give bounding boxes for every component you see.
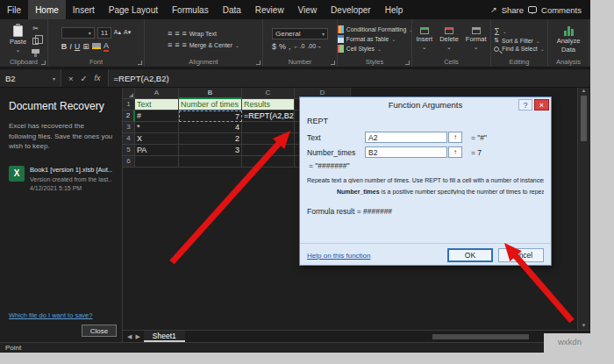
times-arg-input[interactable]: B2 xyxy=(365,146,447,158)
enter-entry-button[interactable]: ✓ xyxy=(81,74,88,83)
grow-font-button[interactable]: A▴ xyxy=(114,28,121,37)
italic-button[interactable]: I xyxy=(69,42,72,51)
font-name-select[interactable]: ▾ xyxy=(61,27,95,39)
tab-formulas[interactable]: Formulas xyxy=(165,0,216,19)
cell-B4[interactable]: 2 xyxy=(179,133,242,145)
tab-file[interactable]: File xyxy=(0,0,28,19)
font-color-button[interactable]: A xyxy=(104,41,109,52)
tab-view[interactable]: View xyxy=(291,0,325,19)
bold-button[interactable]: B xyxy=(61,42,68,51)
cell-B2[interactable]: 7 xyxy=(179,111,242,122)
help-on-function-link[interactable]: Help on this function xyxy=(307,252,371,260)
format-painter-button[interactable] xyxy=(32,49,39,54)
cell-A6[interactable] xyxy=(135,156,179,168)
wrap-text-button[interactable]: Wrap Text xyxy=(189,31,217,37)
formula-input[interactable]: =REPT(A2,B2) xyxy=(109,69,590,87)
align-left-button[interactable]: ≡ xyxy=(168,40,172,49)
delete-cells-button[interactable]: Delete ⌄ xyxy=(438,27,460,51)
cell-A4[interactable]: X xyxy=(135,133,179,145)
align-bottom-button[interactable]: ≡ xyxy=(182,29,186,38)
comma-style-button[interactable]: , xyxy=(289,42,291,51)
insert-function-button[interactable]: fx xyxy=(95,74,101,82)
sheet-nav-left-icon[interactable]: ◀ xyxy=(127,333,132,340)
name-box[interactable]: B2 ▾ xyxy=(0,69,61,87)
cell-C3[interactable] xyxy=(242,122,295,133)
col-header-c[interactable]: C xyxy=(242,88,295,99)
recovery-close-button[interactable]: Close xyxy=(82,325,117,337)
tab-data[interactable]: Data xyxy=(216,0,248,19)
cell-C6[interactable] xyxy=(242,156,295,168)
sheet-tab-sheet1[interactable]: Sheet1 xyxy=(144,331,185,342)
text-arg-input[interactable]: A2 xyxy=(365,132,447,143)
row-header-2[interactable]: 2 xyxy=(123,111,135,122)
analyze-data-button[interactable]: Analyze Data xyxy=(555,25,582,54)
clipboard-dialog-launcher[interactable] xyxy=(41,61,46,65)
copy-button[interactable] xyxy=(32,38,39,45)
align-top-button[interactable]: ≡ xyxy=(168,29,172,38)
sort-filter-button[interactable]: ⇅ Sort & Filter ⌄ xyxy=(494,37,544,44)
scroll-up-icon[interactable]: ▲ xyxy=(582,88,587,93)
select-all-corner[interactable] xyxy=(123,88,135,99)
tab-developer[interactable]: Developer xyxy=(324,0,378,19)
format-as-table-button[interactable]: Format as Table ⌄ xyxy=(338,35,412,43)
tab-home[interactable]: Home xyxy=(28,0,66,19)
scroll-down-icon[interactable]: ▼ xyxy=(578,323,589,328)
font-size-select[interactable]: 11 xyxy=(97,27,111,39)
recovered-file-item[interactable]: X Book1 [version 1].xlsb [Aut... Version… xyxy=(9,166,113,191)
cell-A2[interactable]: # xyxy=(135,111,179,122)
ok-button[interactable]: OK xyxy=(447,248,493,262)
col-header-a[interactable]: A xyxy=(135,88,179,99)
cut-button[interactable]: ✂ xyxy=(32,25,39,32)
row-header-4[interactable]: 4 xyxy=(123,133,135,145)
col-header-b[interactable]: B xyxy=(179,88,242,99)
sheet-nav-right-icon[interactable]: ▶ xyxy=(135,333,139,340)
align-right-button[interactable]: ≡ xyxy=(182,40,186,49)
find-select-button[interactable]: Find & Select ⌄ xyxy=(494,46,544,52)
tab-page-layout[interactable]: Page Layout xyxy=(102,0,165,19)
cell-B6[interactable] xyxy=(179,156,242,168)
cancel-entry-button[interactable]: × xyxy=(68,74,74,83)
cell-A3[interactable]: * xyxy=(135,122,179,133)
tab-help[interactable]: Help xyxy=(378,0,411,19)
cell-C1[interactable]: Results xyxy=(242,99,295,111)
which-file-link[interactable]: Which file do I want to save? xyxy=(9,311,117,319)
percent-style-button[interactable]: % xyxy=(279,42,286,51)
scrollbar-thumb[interactable] xyxy=(581,96,587,141)
tab-review[interactable]: Review xyxy=(248,0,291,19)
cell-B5[interactable]: 3 xyxy=(179,145,242,156)
horizontal-scrollbar-thumb[interactable] xyxy=(432,334,529,339)
cell-A5[interactable]: PA xyxy=(135,145,179,156)
cell-C2[interactable]: =REPT(A2,B2) xyxy=(242,111,295,122)
underline-button[interactable]: U xyxy=(75,42,81,51)
accounting-format-button[interactable]: $ xyxy=(272,42,276,51)
number-dialog-launcher[interactable] xyxy=(331,61,335,65)
dialog-help-button[interactable]: ? xyxy=(518,99,532,111)
share-button[interactable]: Share xyxy=(502,5,524,15)
alignment-dialog-launcher[interactable] xyxy=(256,61,261,65)
align-center-button[interactable]: ≡ xyxy=(175,40,179,49)
paste-button[interactable]: Paste ⌄ xyxy=(8,25,28,54)
number-format-select[interactable]: General▾ xyxy=(272,28,328,39)
cell-C5[interactable] xyxy=(242,145,295,156)
conditional-formatting-button[interactable]: Conditional Formatting ⌄ xyxy=(338,25,412,33)
align-middle-button[interactable]: ≡ xyxy=(175,29,179,38)
text-range-picker-button[interactable]: ↑ xyxy=(448,132,462,143)
shrink-font-button[interactable]: A▾ xyxy=(124,28,131,37)
styles-dialog-launcher[interactable] xyxy=(405,61,410,65)
cell-C4[interactable] xyxy=(242,133,295,145)
increase-decimal-button[interactable]: ←.0 xyxy=(294,42,305,51)
cancel-button[interactable]: Cancel xyxy=(498,248,544,262)
cell-A1[interactable]: Text xyxy=(135,99,179,111)
cell-B3[interactable]: 4 xyxy=(179,122,242,133)
borders-button[interactable]: ⊞ xyxy=(82,42,89,51)
comments-button[interactable]: Comments xyxy=(541,5,582,15)
row-header-6[interactable]: 6 xyxy=(123,156,135,168)
autosum-button[interactable]: ∑ xyxy=(494,26,499,35)
font-dialog-launcher[interactable] xyxy=(138,61,142,65)
cell-B1[interactable]: Number of times xyxy=(179,99,242,111)
decrease-decimal-button[interactable]: .00→ xyxy=(307,42,322,51)
format-cells-button[interactable]: Format ⌄ xyxy=(464,27,489,51)
vertical-scrollbar[interactable]: ▲ ▼ xyxy=(577,88,589,330)
merge-center-button[interactable]: Merge & Center xyxy=(189,42,232,48)
times-range-picker-button[interactable]: ↑ xyxy=(448,146,462,158)
